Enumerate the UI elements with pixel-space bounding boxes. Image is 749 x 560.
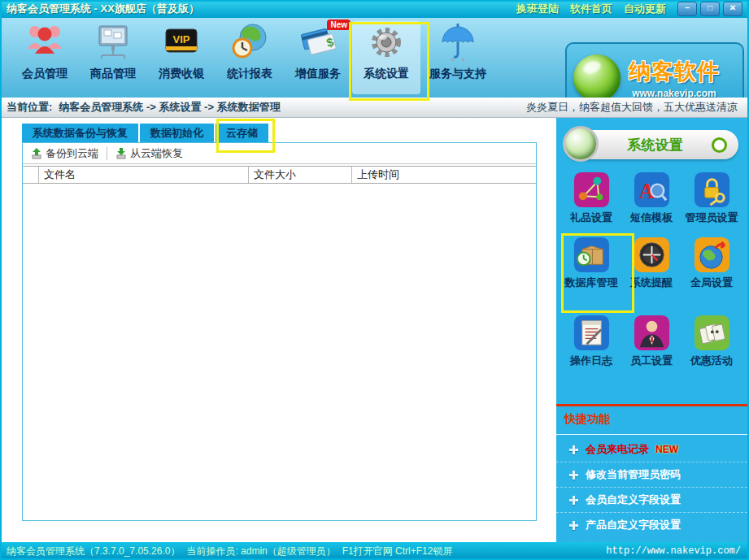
sidebar-item-database[interactable]: 数据库管理 <box>561 236 621 290</box>
plus-icon <box>569 496 578 505</box>
reports-icon <box>229 21 270 63</box>
sidebar-header-title: 系统设置 <box>599 136 712 154</box>
breadcrumb-bar: 当前位置: 纳客会员管理系统 -> 系统设置 -> 系统数据管理 炎炎夏日，纳客… <box>0 98 749 118</box>
sidebar-item-admin-settings[interactable]: 管理员设置 <box>682 171 742 225</box>
action-label: 从云端恢复 <box>130 146 183 161</box>
window-title: 纳客会员管理系统 - XX旗舰店（普及版） <box>7 2 199 16</box>
global-settings-icon <box>693 236 731 274</box>
sms-template-icon: A <box>633 171 671 209</box>
restore-from-cloud-button[interactable]: 从云端恢复 <box>107 143 191 163</box>
sidebar-item-staff-settings[interactable]: 员工设置 <box>621 314 682 368</box>
sidebar-item-label: 管理员设置 <box>686 211 738 225</box>
green-orb-icon <box>563 126 599 162</box>
reminder-icon <box>633 236 671 274</box>
cashier-icon: VIP <box>161 21 202 63</box>
divider <box>556 434 747 435</box>
toolbar-item-products[interactable]: 商品管理 <box>79 21 147 94</box>
column-filesize[interactable]: 文件大小 <box>249 167 352 183</box>
column-uploadtime[interactable]: 上传时间 <box>352 167 536 183</box>
admin-settings-icon <box>693 171 731 209</box>
cloud-storage-panel: 备份到云端 从云端恢复 文件名 文件大小 上传时间 <box>22 142 537 521</box>
members-icon <box>24 21 65 63</box>
toolbar-label: 消费收银 <box>159 67 204 81</box>
titlebar: 纳客会员管理系统 - XX旗舰店（普及版） 换班登陆 软件首页 自动更新 – □… <box>0 0 749 18</box>
cloud-restore-icon <box>115 148 127 159</box>
sidebar-item-global-settings[interactable]: 全局设置 <box>682 236 742 290</box>
gift-settings-icon <box>573 171 611 209</box>
minimize-button[interactable]: – <box>677 2 697 16</box>
maximize-button[interactable]: □ <box>700 2 720 16</box>
quick-item-member-custom-fields[interactable]: 会员自定义字段设置 <box>556 488 747 513</box>
sidebar-item-label: 员工设置 <box>630 354 673 368</box>
toolbar-label: 统计报表 <box>227 67 272 81</box>
quick-functions-title: 快捷功能 <box>564 412 610 427</box>
file-table-header: 文件名 文件大小 上传时间 <box>23 166 536 184</box>
cloud-backup-icon <box>31 148 42 159</box>
settings-sidebar: 系统设置 礼品设置 A 短信模板 <box>556 118 747 542</box>
status-website-link[interactable]: http://www.nakevip.com/ <box>606 545 741 557</box>
auto-update-link[interactable]: 自动更新 <box>624 2 666 16</box>
quick-item-change-admin-password[interactable]: 修改当前管理员密码 <box>556 462 747 488</box>
sidebar-item-label: 系统提醒 <box>630 276 673 290</box>
sidebar-item-promotion[interactable]: 优惠活动 <box>682 314 742 368</box>
breadcrumb-path: 纳客会员管理系统 -> 系统设置 -> 系统数据管理 <box>59 100 280 115</box>
green-ring-icon <box>712 137 727 153</box>
tab-backup-restore[interactable]: 系统数据备份与恢复 <box>22 124 138 142</box>
sidebar-item-label: 短信模板 <box>630 211 673 225</box>
sidebar-item-label: 全局设置 <box>690 276 733 290</box>
toolbar-label: 系统设置 <box>364 67 409 81</box>
promo-marquee: 炎炎夏日，纳客超值大回馈，五大优惠送清凉 <box>526 100 738 115</box>
sidebar-item-sms-template[interactable]: A 短信模板 <box>621 171 682 225</box>
database-icon <box>573 236 611 274</box>
brand-name: 纳客软件 <box>629 57 720 86</box>
quick-functions-list: 会员来电记录 NEW 修改当前管理员密码 会员自定义字段设置 产品自定义字段设置 <box>556 437 747 537</box>
sidebar-item-label: 数据库管理 <box>565 276 618 290</box>
support-umbrella-icon <box>438 21 478 63</box>
sidebar-item-label: 优惠活动 <box>690 354 733 368</box>
sidebar-item-operation-log[interactable]: 操作日志 <box>561 314 621 368</box>
sidebar-item-label: 礼品设置 <box>570 211 612 225</box>
divider <box>556 404 747 406</box>
close-button[interactable]: ✕ <box>723 2 742 16</box>
status-operator: 当前操作员: admin（超级管理员） <box>186 545 335 558</box>
tab-cloud-storage[interactable]: 云存储 <box>216 124 268 142</box>
svg-text:VIP: VIP <box>173 33 190 46</box>
content-tabs: 系统数据备份与恢复 数据初始化 云存储 <box>22 124 270 142</box>
toolbar-item-settings[interactable]: 系统设置 <box>352 21 420 94</box>
sidebar-item-reminder[interactable]: 系统提醒 <box>621 236 682 290</box>
toolbar-item-reports[interactable]: 统计报表 <box>216 21 284 94</box>
toolbar-label: 增值服务 <box>295 67 341 81</box>
quick-item-product-custom-fields[interactable]: 产品自定义字段设置 <box>556 513 747 537</box>
cloud-action-bar: 备份到云端 从云端恢复 <box>23 143 536 164</box>
action-label: 备份到云端 <box>46 146 98 161</box>
status-hotkeys: F1打开官网 Ctrl+F12锁屏 <box>342 545 453 558</box>
main-toolbar: 会员管理 商品管理 VIP 消费收银 统计报表 New <box>0 18 749 98</box>
shift-login-link[interactable]: 换班登陆 <box>516 2 559 16</box>
plus-icon <box>569 445 578 454</box>
toolbar-item-cashier[interactable]: VIP 消费收银 <box>147 21 216 94</box>
status-version: 纳客会员管理系统（7.3.7.0_7.05.26.0） <box>7 545 180 558</box>
plus-icon <box>569 471 578 480</box>
settings-gear-icon <box>366 21 407 63</box>
toolbar-item-members[interactable]: 会员管理 <box>11 21 79 94</box>
software-home-link[interactable]: 软件首页 <box>570 2 612 16</box>
toolbar-label: 会员管理 <box>22 67 67 81</box>
column-filename[interactable]: 文件名 <box>39 167 249 183</box>
operation-log-icon <box>573 314 611 352</box>
products-icon <box>93 21 133 63</box>
new-badge: New <box>327 20 351 30</box>
new-tag: NEW <box>655 444 678 455</box>
toolbar-item-support[interactable]: 服务与支持 <box>424 21 492 94</box>
breadcrumb-label: 当前位置: <box>7 100 52 115</box>
toolbar-item-value-services[interactable]: New $ 增值服务 <box>284 21 352 94</box>
toolbar-label: 服务与支持 <box>429 67 486 81</box>
sidebar-item-gift-settings[interactable]: 礼品设置 <box>561 171 621 225</box>
backup-to-cloud-button[interactable]: 备份到云端 <box>23 143 107 163</box>
toolbar-label: 商品管理 <box>90 67 136 81</box>
promotion-icon <box>693 314 731 352</box>
sidebar-header: 系统设置 <box>564 130 738 159</box>
quick-item-member-call-log[interactable]: 会员来电记录 NEW <box>556 437 747 462</box>
staff-settings-icon <box>633 314 671 352</box>
tab-data-init[interactable]: 数据初始化 <box>140 124 214 142</box>
select-all-column[interactable] <box>23 167 39 183</box>
